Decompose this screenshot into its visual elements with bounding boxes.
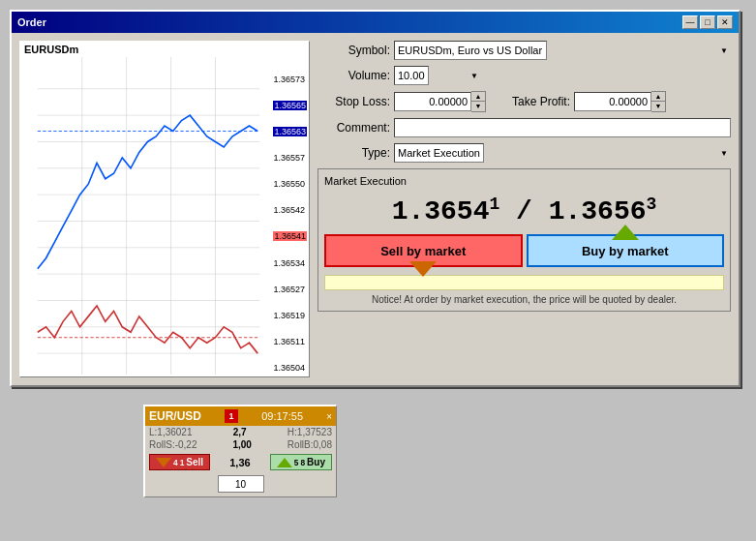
price-label: 1.36550 [273, 179, 307, 189]
price-label: 1.36573 [273, 75, 307, 84]
right-panel: Symbol: EURUSDm, Euro vs US Dollar Volum… [318, 41, 731, 377]
volume-select[interactable]: 10.00 [394, 66, 429, 85]
window-content: EURUSDm [12, 33, 739, 385]
ticker-bid-price: 1,36 [212, 457, 268, 468]
arrow-down-icon [409, 261, 437, 277]
takeprofit-input[interactable] [574, 92, 651, 111]
type-select[interactable]: Market Execution [394, 143, 484, 163]
price-label: 1.36542 [273, 205, 307, 215]
price-label-highlight2: 1.36563 [273, 127, 307, 136]
action-buttons: Sell by market Buy by market [324, 234, 724, 267]
price-label: 1.36527 [273, 285, 307, 294]
symbol-row: Symbol: EURUSDm, Euro vs US Dollar [318, 41, 731, 60]
ticker-header: EUR/USD 1 09:17:55 × [145, 406, 336, 426]
comment-label: Comment: [318, 121, 390, 135]
title-bar: Order — □ ✕ [12, 12, 739, 33]
comment-input[interactable] [394, 118, 731, 137]
takeprofit-label: Take Profit: [498, 95, 570, 108]
ticker-symbol: EUR/USD [149, 409, 201, 423]
stoploss-input[interactable] [394, 92, 471, 111]
ticker-spread: 2,7 [233, 427, 247, 437]
type-label: Type: [318, 146, 390, 160]
ticker-arrow-up-icon [277, 458, 292, 467]
price-label: 1.36557 [273, 153, 307, 163]
ticker-sell-label: Sell [186, 457, 203, 467]
buy-label: Buy by market [582, 244, 669, 258]
ticker-buy-label: Buy [307, 457, 325, 467]
market-exec-box: Market Execution 1.36541 / 1.36563 Sell … [318, 168, 731, 312]
volume-select-wrapper: 10.00 [394, 66, 481, 85]
buy-button[interactable]: Buy by market [527, 234, 725, 267]
price-labels: 1.36573 1.36565 1.36563 1.36557 1.36550 … [273, 75, 307, 373]
ticker-info-row2: RollS:-0,22 1,00 RollB:0,08 [145, 438, 336, 451]
takeprofit-up[interactable]: ▲ [651, 92, 665, 102]
ticker-info-row1: L:1,36021 2,7 H:1,37523 [145, 426, 336, 438]
volume-row: Volume: 10.00 [318, 66, 731, 85]
comment-row: Comment: [318, 118, 731, 137]
symbol-label: Symbol: [318, 44, 390, 57]
sell-label: Sell by market [380, 244, 466, 258]
ticker-buy-num: 5 [294, 458, 299, 467]
ticker-buttons: 41 Sell 1,36 58 Buy [145, 451, 336, 473]
price-label-highlight: 1.36565 [273, 101, 307, 110]
close-button[interactable]: ✕ [717, 15, 733, 29]
sell-button[interactable]: Sell by market [324, 234, 523, 267]
price-label: 1.36534 [273, 258, 307, 268]
volume-label: Volume: [318, 69, 390, 82]
ticker-rolls-label: RollS:-0,22 [149, 439, 197, 450]
ticker-buy-exp: 8 [300, 458, 305, 467]
symbol-select[interactable]: EURUSDm, Euro vs US Dollar [394, 41, 547, 60]
chart-area: EURUSDm [19, 41, 310, 377]
ticker-sell-num: 4 [173, 458, 178, 467]
stoploss-down[interactable]: ▼ [471, 102, 485, 111]
ticker-l-label: L:1,36021 [149, 427, 193, 437]
ticker-volume-input[interactable] [218, 475, 264, 493]
takeprofit-down[interactable]: ▼ [651, 102, 665, 111]
market-exec-title: Market Execution [324, 175, 724, 187]
price-label: 1.36519 [273, 311, 307, 320]
chart-svg [20, 57, 309, 375]
ticker-rollb-label: RollB:0,08 [287, 439, 332, 450]
title-bar-buttons: — □ ✕ [682, 15, 733, 29]
window-title: Order [17, 16, 46, 28]
stoploss-spinner: ▲ ▼ [471, 91, 486, 112]
ticker-widget: EUR/USD 1 09:17:55 × L:1,36021 2,7 H:1,3… [143, 405, 337, 497]
maximize-button[interactable]: □ [700, 15, 715, 29]
ticker-badge: 1 [225, 409, 238, 423]
ticker-buy-button[interactable]: 58 Buy [270, 454, 332, 470]
ticker-h-label: H:1,37523 [287, 427, 332, 437]
ticker-arrow-down-icon [156, 458, 171, 467]
notice-text: Notice! At order by market execution, th… [324, 294, 724, 305]
ticker-close-button[interactable]: × [326, 411, 332, 422]
chart-canvas: 1.36573 1.36565 1.36563 1.36557 1.36550 … [20, 57, 309, 375]
stoploss-up[interactable]: ▲ [471, 92, 485, 102]
takeprofit-spin: ▲ ▼ [574, 91, 666, 112]
type-select-wrapper: Market Execution [394, 143, 731, 163]
arrow-up-icon [612, 225, 639, 240]
ticker-vol-row [145, 473, 336, 496]
ticker-lot: 1,00 [232, 439, 251, 450]
type-row: Type: Market Execution [318, 143, 731, 163]
minimize-button[interactable]: — [682, 15, 698, 29]
stoploss-label: Stop Loss: [318, 95, 390, 108]
symbol-select-wrapper: EURUSDm, Euro vs US Dollar [394, 41, 731, 60]
price-label-red: 1.36541 [273, 231, 307, 241]
chart-symbol: EURUSDm [20, 42, 309, 57]
progress-bar [324, 275, 724, 290]
stoploss-takeprofit-row: Stop Loss: ▲ ▼ Take Profit: ▲ ▼ [318, 91, 731, 112]
price-label: 1.36511 [273, 337, 307, 346]
order-window: Order — □ ✕ EURUSDm [10, 10, 741, 387]
stoploss-spin: ▲ ▼ [394, 91, 486, 112]
takeprofit-spinner: ▲ ▼ [651, 91, 666, 112]
price-label: 1.36504 [273, 363, 307, 373]
ticker-time: 09:17:55 [261, 410, 303, 422]
ticker-sell-exp: 1 [180, 458, 185, 467]
ticker-sell-button[interactable]: 41 Sell [149, 454, 210, 470]
price-display: 1.36541 / 1.36563 [324, 195, 724, 226]
